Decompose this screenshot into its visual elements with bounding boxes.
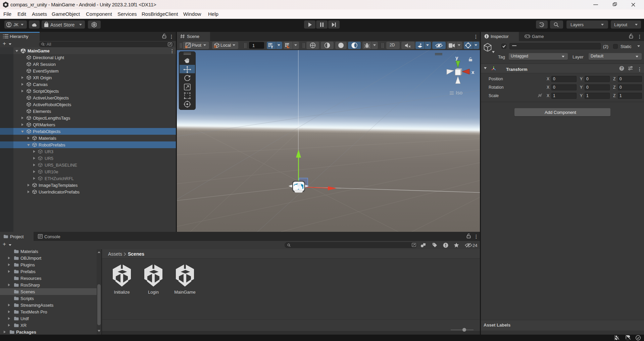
svg-text:?: ? [621, 67, 623, 70]
svg-text:Y: Y [271, 45, 273, 49]
svg-text:y: y [455, 55, 458, 60]
svg-text:x: x [472, 69, 475, 75]
